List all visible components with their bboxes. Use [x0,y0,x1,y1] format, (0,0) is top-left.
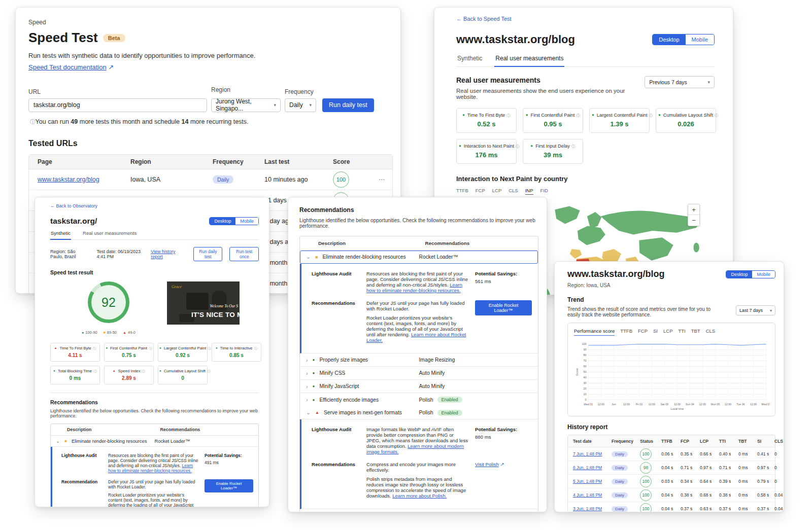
date-range-select[interactable]: Last 7 days ▾ [736,305,775,315]
tab-synthetic[interactable]: Synthetic [456,51,483,67]
chart-tab-si[interactable]: SI [653,328,658,336]
frequency-select-value: Daily [289,101,303,109]
tbt-cell: 0 ms [738,479,757,484]
cls-cell: 0 [774,451,777,456]
desktop-toggle[interactable]: Desktop [653,34,685,45]
chevron-down-icon[interactable]: ⌄ [306,409,311,416]
chevron-down-icon[interactable]: ⌄ [56,438,60,444]
metric-tile: ●Largest Contentful Paintⓘ 1.39 s [589,108,650,133]
map-tab-inp[interactable]: INP [525,188,533,195]
desktop-toggle[interactable]: Desktop [210,218,235,225]
back-to-observatory-link[interactable]: Back to Observatory [56,203,98,208]
visit-polish-link[interactable]: Visit Polish [475,462,499,467]
tab-synthetic[interactable]: Synthetic [50,228,71,240]
rec-row[interactable]: › ● Minify JavaScript Auto Minify [300,380,538,393]
run-daily-test-button[interactable]: Run daily test [322,98,374,112]
map-tab-fid[interactable]: FID [540,188,548,195]
rec-row[interactable]: › ● Initial server response time was sho… [300,509,538,512]
test-date-link[interactable]: 5 Jun, 1:48 PM [573,479,612,484]
info-icon: ⓘ [506,113,511,118]
chart-tab-cls[interactable]: CLS [706,328,715,336]
region-select[interactable]: Jurong West, Singapo... ▾ [211,98,281,112]
rec-row-eliminate-render-blocking[interactable]: ⌄ ■ Eliminate render-blocking resources … [300,251,538,264]
col-recommendations: Recommendations [425,240,532,246]
map-tab-cls[interactable]: CLS [509,188,518,195]
frequency-badge: Daily [612,465,628,471]
metric-value: 1.39 s [592,120,647,128]
tbt-cell: 0 ms [738,465,757,470]
back-to-speed-test-link[interactable]: Back to Speed Test [463,16,512,22]
info-icon: ⓘ [93,369,97,373]
test-date-meta: Test date: 06/19/2023 4:41 PM [97,249,144,259]
rec-row[interactable]: › ● Properly size images Image Resizing [300,354,538,367]
run-test-once-button[interactable]: Run test once [229,247,259,261]
map-tab-fcp[interactable]: FCP [476,188,485,195]
potential-savings-label: Potential Savings: [475,427,532,432]
test-date-link[interactable]: 7 Jun, 1:48 PM [573,451,612,456]
rec-label: Minify JavaScript [319,383,359,389]
chart-tab-tbt[interactable]: TBT [691,328,700,336]
desktop-toggle[interactable]: Desktop [726,271,752,278]
status-dot-icon: ● [658,113,661,117]
status-badge: 100 [640,489,652,501]
table-row: 7 Jun, 1:48 PM Daily 100 0.06 s 0.35 s 0… [568,447,775,461]
zoom-in-button[interactable]: + [688,204,699,215]
status-icon: ● [313,384,315,388]
map-tab-ttfb[interactable]: TTFB [456,188,468,195]
run-daily-test-button[interactable]: Run daily test [193,247,222,261]
rec-row[interactable]: › ● Minify CSS Auto Minify [300,367,538,380]
panel-trend-history: www.taskstar.org/blog Desktop Mobile Reg… [554,261,784,512]
col-description: Description [67,427,160,432]
mobile-toggle[interactable]: Mobile [686,34,714,45]
chart-tab-ttfb[interactable]: TTFB [620,328,632,336]
metric-tile: ●Interaction to Next Paintⓘ 176 ms [456,139,517,164]
rec-row-serve-next-gen-formats[interactable]: ⌄ ▲ Serve images in next-gen formats Pol… [300,406,538,419]
url-input[interactable] [28,98,207,112]
view-history-report-link[interactable]: View history report [151,249,179,259]
beta-badge: Beta [103,34,125,42]
col-last-test: Last test [264,158,333,165]
mobile-toggle[interactable]: Mobile [235,218,258,225]
row-menu-icon[interactable]: ⋯ [376,176,392,183]
enabled-badge: Enabled [437,410,462,416]
table-row: 5 Jun, 1:48 PM Daily 100 0.03 s 0.34 s 0… [568,475,775,488]
chevron-right-icon[interactable]: › [306,397,308,403]
chevron-right-icon[interactable]: › [306,357,308,363]
date-range-select[interactable]: Previous 7 days ▾ [645,76,715,88]
mobile-toggle[interactable]: Mobile [752,271,775,278]
tab-real-user-measurements[interactable]: Real user measurements [82,228,137,240]
chart-tab-performance-score[interactable]: Performance score [574,328,615,336]
rec-row[interactable]: › ● Efficiently encode images PolishEnab… [300,393,538,406]
page-link[interactable]: www.taskstar.org/blog [38,176,130,183]
chart-tab-lcp[interactable]: LCP [663,328,672,336]
doc-link[interactable]: Speed Test documentation [28,63,107,71]
potential-savings-label: Potential Savings: [475,271,532,276]
rec-row-eliminate-render-blocking[interactable]: ⌄ ■ Eliminate render-blocking resources … [51,436,258,447]
metric-tile: ●Cumulative Layout Shiftⓘ 0 [158,366,208,384]
metric-label: Cumulative Layout Shift [663,113,713,118]
rec-learn-link[interactable]: Learn more about Polish. [392,493,447,499]
tab-real-user-measurements[interactable]: Real user measurements [494,51,564,67]
chevron-down-icon: ▾ [707,80,710,85]
enable-rocket-loader-button[interactable]: Enable Rocket Loader™ [475,300,532,315]
chevron-right-icon[interactable]: › [306,370,308,376]
recommendations-table: Description Recommendations ⌄ ■ Eliminat… [299,236,538,512]
frequency-select[interactable]: Daily ▾ [285,98,316,112]
enable-rocket-loader-button[interactable]: Enable Rocket Loader™ [205,479,253,492]
col-region: Region [130,158,213,165]
chart-tab-tti[interactable]: TTI [678,328,685,336]
svg-text:10: 10 [584,393,587,396]
chevron-right-icon[interactable]: › [306,383,308,390]
zoom-out-button[interactable]: − [688,215,699,226]
metric-value: 0.026 [658,120,714,128]
test-date-link[interactable]: 4 Jun, 1:48 PM [573,492,612,498]
status-icon: ● [313,371,315,375]
breadcrumb: Speed [28,19,393,26]
metric-label: Cumulative Layout Shift [164,369,206,373]
chevron-down-icon[interactable]: ⌄ [306,254,311,260]
map-tab-lcp[interactable]: LCP [492,188,501,195]
test-date-link[interactable]: 6 Jun, 1:48 PM [573,465,612,470]
test-date-link[interactable]: 3 Jun, 1:48 PM [573,506,612,511]
col-recommendations: Recommendations [160,427,254,432]
chart-tab-fcp[interactable]: FCP [638,328,648,336]
